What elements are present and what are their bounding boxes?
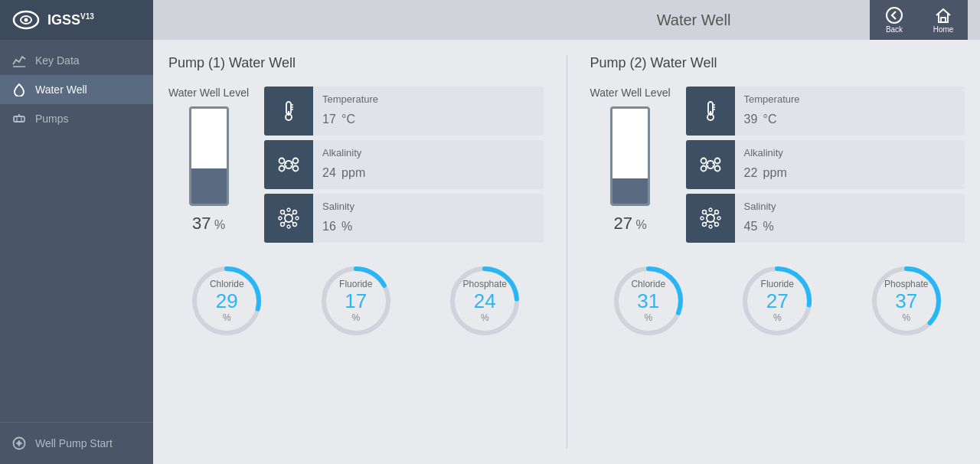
svg-point-65	[714, 211, 718, 214]
back-label: Back	[886, 25, 903, 34]
pump1-salinity-value: 16 %	[322, 212, 534, 236]
pump1-alkalinity-icon	[264, 140, 313, 189]
pump1-alkalinity-info: Alkalinity 24 ppm	[313, 142, 543, 187]
sidebar-item-water-well[interactable]: Water Well	[0, 75, 153, 104]
pump1-fluoride-value: 17	[345, 291, 367, 311]
pump2-cylinder-fill	[612, 178, 648, 204]
pump2-level-unit: %	[635, 218, 646, 231]
pump1-phosphate-gauge: Phosphate 24 %	[446, 263, 523, 339]
page-title: Water Well	[518, 11, 870, 29]
topbar-actions: Back Home	[870, 0, 968, 40]
svg-point-30	[281, 211, 285, 214]
pump2-section: Pump (2) Water Well Water Well Level 27 …	[590, 55, 965, 449]
sidebar-nav: Key Data Water Well Pumps	[0, 40, 153, 422]
pump2-chloride-label: Chloride	[631, 279, 665, 289]
svg-point-73	[709, 225, 712, 228]
svg-point-75	[717, 217, 720, 220]
pump1-salinity-label: Salinity	[322, 201, 534, 212]
pump2-chloride-circle: Chloride 31 %	[610, 263, 687, 339]
svg-line-59	[707, 163, 709, 164]
svg-point-74	[701, 217, 704, 220]
home-button[interactable]: Home	[919, 0, 968, 40]
pump2-title: Pump (2) Water Well	[590, 55, 965, 71]
pump1-water-level: Water Well Level 37 %	[168, 87, 249, 234]
svg-point-23	[279, 166, 285, 172]
svg-point-58	[714, 166, 720, 172]
sidebar-item-pumps[interactable]: Pumps	[0, 104, 153, 133]
pump1-salinity-card: Salinity 16 %	[264, 194, 543, 243]
pump2-sensor-cards: Temperature 39 °C	[686, 87, 965, 243]
pump1-chloride-gauge: Chloride 29 %	[188, 263, 265, 339]
svg-point-22	[293, 158, 299, 164]
pump1-fluoride-label: Fluoride	[339, 279, 372, 289]
pump1-cylinder	[189, 106, 229, 206]
pump2-fluoride-unit: %	[773, 312, 782, 323]
pump2-salinity-card: Salinity 45 %	[686, 194, 965, 243]
pump1-water-level-title: Water Well Level	[168, 87, 249, 99]
svg-point-55	[701, 158, 706, 164]
svg-line-60	[712, 163, 714, 164]
pump2-cylinder	[610, 106, 650, 206]
pump2-level-value: 27	[613, 214, 632, 233]
pump1-alkalinity-label: Alkalinity	[322, 147, 534, 158]
pump2-phosphate-gauge: Phosphate 37 %	[868, 263, 945, 339]
pump1-alkalinity-card: Alkalinity 24 ppm	[264, 140, 543, 189]
svg-point-72	[709, 208, 712, 211]
pump1-chloride-unit: %	[223, 312, 231, 323]
app-logo	[12, 9, 40, 31]
pump2-temperature-info: Temperature 39 °C	[735, 89, 965, 133]
pump1-temperature-info: Temperature 17 °C	[313, 89, 543, 133]
pump2-water-level-title: Water Well Level	[590, 87, 671, 99]
svg-line-25	[285, 163, 287, 164]
pump2-fluoride-circle: Fluoride 27 %	[739, 263, 815, 339]
svg-rect-13	[941, 18, 946, 22]
app-title: IGSSV13	[47, 12, 94, 28]
svg-point-64	[702, 211, 706, 214]
svg-point-40	[279, 217, 282, 220]
sidebar: IGSSV13 Key Data Water Well Pumps	[0, 0, 153, 464]
svg-point-66	[702, 223, 706, 227]
section-divider	[567, 55, 567, 449]
pump1-fluoride-circle: Fluoride 17 %	[318, 263, 394, 339]
back-button[interactable]: Back	[870, 0, 919, 40]
svg-line-26	[291, 163, 293, 164]
pump1-title: Pump (1) Water Well	[168, 55, 544, 71]
pump1-level-value: 37	[192, 214, 211, 233]
pump2-water-level: Water Well Level 27 %	[590, 87, 671, 234]
pump2-phosphate-unit: %	[902, 312, 910, 323]
pump2-chloride-gauge: Chloride 31 %	[610, 263, 687, 339]
pump2-metrics: Water Well Level 27 %	[590, 87, 965, 243]
svg-point-31	[293, 211, 297, 214]
pump2-alkalinity-value: 22 ppm	[744, 158, 956, 182]
pump1-sensor-cards: Temperature 17 °C	[264, 87, 543, 243]
svg-point-20	[285, 161, 292, 168]
svg-rect-4	[14, 116, 24, 122]
pump2-salinity-label: Salinity	[744, 201, 956, 212]
pump1-chloride-label: Chloride	[210, 279, 244, 289]
svg-point-21	[279, 158, 285, 164]
sidebar-item-key-data[interactable]: Key Data	[0, 46, 153, 75]
pump1-gauges: Chloride 29 % Fluoride	[168, 255, 544, 347]
content-area: Pump (1) Water Well Water Well Level 37 …	[153, 40, 980, 464]
pump1-salinity-icon	[264, 194, 313, 243]
pump1-temperature-card: Temperature 17 °C	[264, 87, 543, 136]
svg-point-2	[24, 18, 28, 22]
pump2-salinity-info: Salinity 45 %	[735, 196, 965, 240]
pump2-alkalinity-label: Alkalinity	[744, 147, 956, 158]
pump1-section: Pump (1) Water Well Water Well Level 37 …	[168, 55, 544, 449]
svg-point-38	[287, 208, 290, 211]
pump2-alkalinity-icon	[686, 140, 735, 189]
pump2-gauges: Chloride 31 % Fluoride	[590, 255, 965, 347]
topbar: Water Well Back Home	[153, 0, 980, 40]
pump2-alkalinity-info: Alkalinity 22 ppm	[735, 142, 965, 187]
pump2-chloride-unit: %	[644, 312, 652, 323]
pump2-temperature-label: Temperature	[744, 93, 956, 105]
sidebar-item-well-pump-start[interactable]: Well Pump Start	[12, 432, 141, 455]
svg-point-56	[714, 158, 720, 164]
pump1-temperature-value: 17 °C	[322, 105, 534, 129]
pump1-salinity-info: Salinity 16 %	[313, 196, 543, 240]
pump1-phosphate-circle: Phosphate 24 %	[446, 263, 523, 339]
pump1-chloride-circle: Chloride 29 %	[188, 263, 265, 339]
svg-point-41	[296, 217, 299, 220]
pump2-phosphate-label: Phosphate	[884, 279, 928, 289]
